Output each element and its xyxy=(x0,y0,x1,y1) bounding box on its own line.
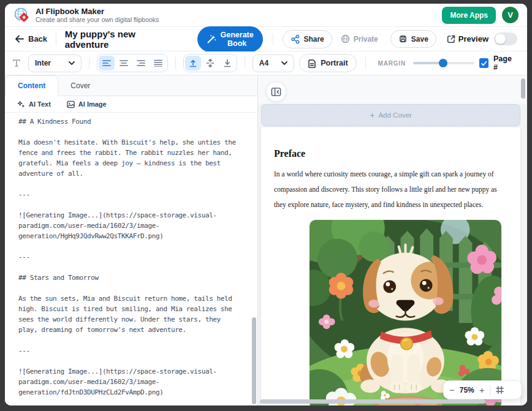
app-header: AI Flipbook Maker Create and share your … xyxy=(5,4,527,27)
magic-wand-icon xyxy=(207,34,216,44)
slider-thumb[interactable] xyxy=(439,59,447,67)
align-center-icon xyxy=(120,59,128,67)
save-button[interactable]: Save xyxy=(390,30,436,48)
tab-cover[interactable]: Cover xyxy=(58,75,102,96)
align-left-icon xyxy=(102,59,111,67)
markdown-editor[interactable]: ## A Kindness Found Mia doesn't hesitate… xyxy=(5,113,257,405)
align-center-button[interactable] xyxy=(116,56,132,70)
puppy-image xyxy=(310,220,501,405)
page-number-label: Page # xyxy=(493,55,516,72)
format-toolbar: Inter xyxy=(5,51,527,75)
editor-tabbar: Content Cover xyxy=(5,75,257,96)
book-page-preview: Preface In a world where curiosity meets… xyxy=(261,127,520,405)
preview-label: Preview xyxy=(458,34,488,43)
font-family-select[interactable]: Inter xyxy=(28,55,82,72)
app-title: AI Flipbook Maker xyxy=(36,7,159,16)
page-size-select[interactable]: A4 xyxy=(253,55,294,72)
valign-bottom-button[interactable] xyxy=(219,56,235,70)
preview-top-strip xyxy=(258,75,527,104)
page-number-checkbox[interactable] xyxy=(479,58,488,68)
valign-top-button[interactable] xyxy=(185,56,201,70)
align-justify-button[interactable] xyxy=(150,56,166,70)
back-label: Back xyxy=(28,34,47,43)
back-arrow-icon xyxy=(15,35,24,43)
align-justify-icon xyxy=(154,59,162,67)
image-icon xyxy=(67,100,75,108)
check-icon xyxy=(481,60,487,67)
add-cover-label: Add Cover xyxy=(378,111,411,119)
globe-icon xyxy=(341,34,350,43)
zoom-in-button[interactable]: + xyxy=(479,385,485,394)
sparkles-icon xyxy=(17,100,25,108)
typography-icon xyxy=(12,59,21,67)
page-heading: Preface xyxy=(274,148,507,159)
orientation-button[interactable]: Portrait xyxy=(299,54,356,72)
brand-text: AI Flipbook Maker Create and share your … xyxy=(36,7,159,23)
vertical-align-group xyxy=(183,54,237,72)
orientation-label: Portrait xyxy=(321,59,348,67)
app-logo-icon xyxy=(13,7,30,23)
align-right-button[interactable] xyxy=(133,56,149,70)
text-align-group xyxy=(97,54,168,72)
share-label: Share xyxy=(303,35,324,43)
private-button[interactable]: Private xyxy=(337,31,382,47)
share-button[interactable]: Share xyxy=(283,30,332,48)
divider xyxy=(245,57,245,69)
ai-text-label: AI Text xyxy=(29,100,51,108)
preview-panel: + Add Cover Preface In a world where cur… xyxy=(258,75,527,405)
margin-label: MARGIN xyxy=(378,60,406,67)
valign-center-button[interactable] xyxy=(202,56,218,70)
more-apps-button[interactable]: More Apps xyxy=(442,7,496,24)
margin-slider[interactable] xyxy=(413,59,474,67)
ai-image-label: AI Image xyxy=(78,100,107,108)
ai-text-button[interactable]: AI Text xyxy=(17,100,51,108)
app-window: AI Flipbook Maker Create and share your … xyxy=(5,4,527,405)
main-area: Content Cover AI Text AI Image ## A Kind… xyxy=(5,75,527,405)
collapse-panel-icon xyxy=(271,87,281,97)
valign-bottom-icon xyxy=(223,59,232,67)
app-subtitle: Create and share your own digital flipbo… xyxy=(36,16,159,23)
align-right-icon xyxy=(137,59,145,67)
tab-content[interactable]: Content xyxy=(5,75,58,96)
fit-grid-icon xyxy=(495,385,504,394)
fit-page-button[interactable] xyxy=(495,385,504,394)
chevron-down-icon xyxy=(281,61,287,65)
preview-toggle[interactable] xyxy=(494,32,517,45)
preview-vertical-scrollbar[interactable] xyxy=(521,78,525,99)
valign-top-icon xyxy=(189,59,197,67)
open-external-button[interactable] xyxy=(444,32,458,47)
generate-book-button[interactable]: Generate Book xyxy=(197,26,263,52)
zoom-out-button[interactable]: − xyxy=(449,385,455,394)
page-size-value: A4 xyxy=(259,59,268,67)
divider xyxy=(56,33,56,45)
document-toolbar: Back My puppy's new adventure Generate B… xyxy=(5,27,527,51)
collapse-panel-button[interactable] xyxy=(266,81,286,102)
divider xyxy=(89,57,89,69)
divider xyxy=(365,57,366,69)
plus-icon: + xyxy=(370,110,374,120)
divider xyxy=(175,57,176,69)
page-paragraph: In a world where curiosity meets courage… xyxy=(274,167,507,213)
divider xyxy=(490,385,490,395)
preview-horizontal-scrollbar[interactable] xyxy=(260,399,485,404)
document-title: My puppy's new adventure xyxy=(65,29,145,50)
generate-book-label: Generate Book xyxy=(221,31,254,48)
ai-image-button[interactable]: AI Image xyxy=(67,100,107,108)
external-link-icon xyxy=(446,34,456,44)
brand: AI Flipbook Maker Create and share your … xyxy=(13,7,159,23)
add-cover-button[interactable]: + Add Cover xyxy=(261,104,520,126)
ai-tools-row: AI Text AI Image xyxy=(5,96,257,113)
slider-fill xyxy=(413,62,443,64)
avatar[interactable]: V xyxy=(502,7,519,23)
toggle-knob xyxy=(495,34,506,44)
editor-scrollbar[interactable] xyxy=(252,317,256,404)
page-number-group: Page # xyxy=(479,55,520,72)
back-button[interactable]: Back xyxy=(15,34,47,43)
font-family-value: Inter xyxy=(35,59,51,67)
align-left-button[interactable] xyxy=(99,56,115,70)
save-label: Save xyxy=(411,35,428,43)
save-icon xyxy=(398,34,408,43)
preview-group: Preview xyxy=(458,32,517,45)
valign-center-icon xyxy=(206,59,215,67)
divider xyxy=(273,33,273,45)
